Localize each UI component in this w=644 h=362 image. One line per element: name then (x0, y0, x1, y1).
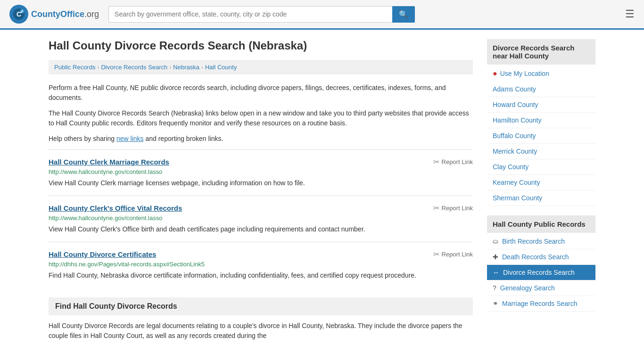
report-icon-2: ✂ (433, 204, 439, 213)
report-link-btn-1[interactable]: ✂ Report Link (433, 157, 473, 166)
sidebar-marriage-records[interactable]: ⚭ Marriage Records Search (487, 296, 595, 312)
find-section: Find Hall County Divorce Records (49, 297, 473, 315)
find-section-title: Find Hall County Divorce Records (55, 302, 466, 311)
rings-icon: ⚭ (493, 300, 498, 307)
sidebar-item-hamilton[interactable]: Hamilton County (487, 113, 595, 128)
breadcrumb: Public Records › Divorce Records Search … (49, 60, 473, 74)
sidebar-item-sherman[interactable]: Sherman County (487, 190, 595, 206)
result-title-3[interactable]: Hall County Divorce Certificates (49, 250, 156, 258)
search-bar: 🔍 (108, 6, 415, 23)
new-links-link[interactable]: new links (116, 135, 144, 142)
report-icon-3: ✂ (433, 250, 439, 259)
breadcrumb-sep-1: › (97, 64, 99, 71)
logo-text: CountyOffice.org (31, 9, 99, 19)
sidebar-item-howard[interactable]: Howard County (487, 97, 595, 113)
description-3: Help others by sharing new links and rep… (49, 134, 473, 144)
sidebar-item-kearney[interactable]: Kearney County (487, 175, 595, 190)
arrows-icon: ↔ (493, 269, 499, 276)
public-records-header: Hall County Public Records (487, 215, 595, 233)
report-link-btn-3[interactable]: ✂ Report Link (433, 250, 473, 259)
public-records-section: Hall County Public Records ⛀ Birth Recor… (487, 215, 595, 312)
main-layout: Hall County Divorce Records Search (Nebr… (39, 30, 605, 350)
search-button[interactable]: 🔍 (392, 6, 415, 23)
find-section-desc: Hall County Divorce Records are legal do… (49, 321, 473, 341)
sidebar-item-buffalo[interactable]: Buffalo County (487, 128, 595, 144)
person-icon: ⛀ (493, 238, 498, 245)
result-header-2: Hall County Clerk's Office Vital Records… (49, 204, 473, 213)
hamburger-icon: ☰ (625, 8, 635, 20)
result-url-1[interactable]: http://www.hallcountyne.gov/content.lass… (49, 168, 473, 175)
breadcrumb-sep-2: › (169, 64, 171, 71)
result-desc-1: View Hall County Clerk marriage licenses… (49, 178, 473, 188)
use-location[interactable]: ● Use My Location (487, 66, 595, 82)
sidebar-death-records[interactable]: ✚ Death Records Search (487, 249, 595, 265)
location-icon: ● (493, 69, 497, 78)
breadcrumb-hall-county[interactable]: Hall County (205, 64, 237, 71)
sidebar-birth-records[interactable]: ⛀ Birth Records Search (487, 234, 595, 249)
header: C CountyOffice.org 🔍 ☰ (0, 0, 644, 30)
result-item-1: Hall County Clerk Marriage Records ✂ Rep… (49, 149, 473, 196)
sidebar-divorce-records[interactable]: ↔ Divorce Records Search (487, 265, 595, 280)
logo-icon: C (9, 5, 28, 24)
search-input[interactable] (108, 6, 392, 23)
nearby-section: Divorce Records Search near Hall County … (487, 39, 595, 206)
result-header-3: Hall County Divorce Certificates ✂ Repor… (49, 250, 473, 259)
result-title-1[interactable]: Hall County Clerk Marriage Records (49, 158, 169, 166)
breadcrumb-divorce-records[interactable]: Divorce Records Search (101, 64, 167, 71)
result-url-2[interactable]: http://www.hallcountyne.gov/content.lass… (49, 214, 473, 222)
search-icon: 🔍 (399, 10, 408, 18)
logo[interactable]: C CountyOffice.org (9, 5, 99, 24)
description-1: Perform a free Hall County, NE public di… (49, 83, 473, 103)
nearby-header: Divorce Records Search near Hall County (487, 39, 595, 65)
description-2: The Hall County Divorce Records Search (… (49, 108, 473, 128)
page-title: Hall County Divorce Records Search (Nebr… (49, 39, 473, 52)
sidebar-item-clay[interactable]: Clay County (487, 159, 595, 175)
content-area: Hall County Divorce Records Search (Nebr… (49, 39, 473, 341)
report-link-btn-2[interactable]: ✂ Report Link (433, 204, 473, 213)
result-title-2[interactable]: Hall County Clerk's Office Vital Records (49, 204, 182, 212)
breadcrumb-nebraska[interactable]: Nebraska (173, 64, 199, 71)
sidebar: Divorce Records Search near Hall County … (487, 39, 595, 341)
menu-button[interactable]: ☰ (625, 8, 635, 20)
question-icon: ? (493, 284, 496, 292)
breadcrumb-sep-3: › (201, 64, 203, 71)
breadcrumb-public-records[interactable]: Public Records (54, 64, 95, 71)
sidebar-item-merrick[interactable]: Merrick County (487, 144, 595, 159)
result-desc-3: Find Hall County, Nebraska divorce certi… (49, 271, 473, 280)
use-location-link[interactable]: Use My Location (500, 70, 549, 77)
report-icon-1: ✂ (433, 157, 439, 166)
result-url-3[interactable]: http://dhhs.ne.gov/Pages/vital-records.a… (49, 261, 473, 268)
result-item-2: Hall County Clerk's Office Vital Records… (49, 196, 473, 242)
result-desc-2: View Hall County Clerk's Office birth an… (49, 224, 473, 234)
sidebar-genealogy[interactable]: ? Genealogy Search (487, 280, 595, 296)
result-header-1: Hall County Clerk Marriage Records ✂ Rep… (49, 157, 473, 166)
result-item-3: Hall County Divorce Certificates ✂ Repor… (49, 242, 473, 288)
sidebar-item-adams[interactable]: Adams County (487, 82, 595, 97)
cross-icon: ✚ (493, 253, 498, 261)
